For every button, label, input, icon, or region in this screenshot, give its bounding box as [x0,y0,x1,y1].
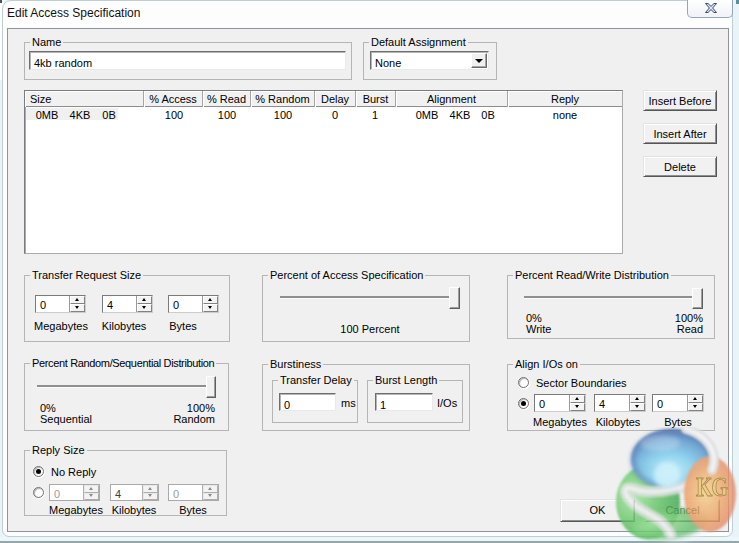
svg-text:KG: KG [696,471,728,501]
